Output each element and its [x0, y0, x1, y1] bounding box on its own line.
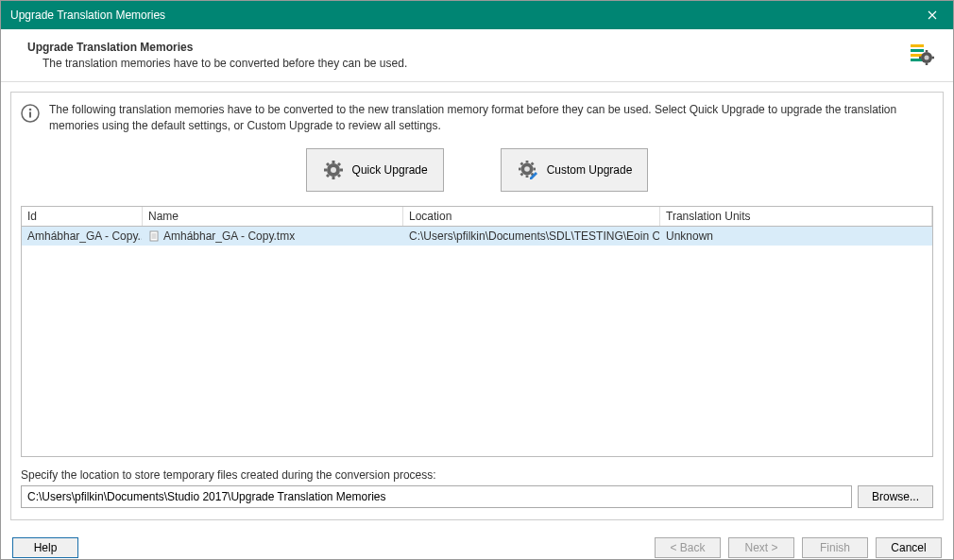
svg-point-5: [925, 56, 929, 60]
svg-line-32: [531, 162, 533, 164]
svg-line-22: [338, 163, 340, 165]
location-input[interactable]: [21, 485, 852, 508]
col-id-header[interactable]: Id: [22, 207, 143, 226]
location-label: Specify the location to store temporary …: [21, 468, 933, 482]
close-icon: [928, 10, 937, 20]
svg-line-29: [520, 162, 522, 164]
titlebar: Upgrade Translation Memories: [1, 1, 953, 29]
tm-table: Id Name Location Translation Units Amháb…: [21, 206, 933, 457]
svg-rect-1: [911, 49, 924, 52]
help-button[interactable]: Help: [12, 537, 78, 558]
svg-point-14: [331, 167, 336, 173]
table-body: Amhábhar_GA - Copy... Amhábhar_GA - Copy…: [22, 227, 932, 456]
back-button[interactable]: < Back: [655, 537, 721, 558]
info-text: The following translation memories have …: [49, 102, 933, 134]
svg-point-24: [524, 166, 530, 172]
page-subtitle: The translation memories have to be conv…: [43, 57, 908, 70]
custom-upgrade-label: Custom Upgrade: [547, 163, 633, 177]
cancel-button[interactable]: Cancel: [876, 537, 942, 558]
cell-name: Amhábhar_GA - Copy.tmx: [143, 227, 403, 246]
window-title: Upgrade Translation Memories: [10, 8, 165, 22]
close-button[interactable]: [911, 1, 953, 29]
cell-id: Amhábhar_GA - Copy...: [22, 227, 143, 246]
col-name-header[interactable]: Name: [143, 207, 403, 226]
tm-gear-icon: [908, 41, 934, 67]
table-row[interactable]: Amhábhar_GA - Copy... Amhábhar_GA - Copy…: [22, 227, 932, 246]
col-location-header[interactable]: Location: [403, 207, 660, 226]
finish-button[interactable]: Finish: [802, 537, 868, 558]
svg-rect-12: [29, 112, 31, 118]
svg-line-19: [327, 163, 329, 165]
button-row: Quick Upgrade Custom Upgrade: [21, 148, 933, 192]
next-button[interactable]: Next >: [728, 537, 794, 558]
location-row: Browse...: [21, 485, 933, 508]
info-row: The following translation memories have …: [21, 102, 933, 134]
svg-line-31: [520, 173, 522, 175]
col-units-header[interactable]: Translation Units: [660, 207, 932, 226]
file-icon: [148, 230, 160, 242]
footer: Help < Back Next > Finish Cancel: [1, 530, 953, 560]
gear-pencil-icon: [517, 159, 539, 181]
svg-point-11: [29, 109, 32, 111]
quick-upgrade-label: Quick Upgrade: [352, 163, 428, 177]
main-panel: The following translation memories have …: [10, 92, 944, 520]
info-icon: [21, 104, 40, 123]
custom-upgrade-button[interactable]: Custom Upgrade: [501, 148, 649, 192]
browse-button[interactable]: Browse...: [858, 485, 933, 508]
gear-icon: [322, 159, 345, 181]
svg-line-20: [338, 175, 340, 177]
header-section: Upgrade Translation Memories The transla…: [1, 29, 953, 82]
svg-rect-0: [911, 44, 924, 47]
cell-units: Unknown: [660, 227, 932, 246]
cell-location: C:\Users\pfilkin\Documents\SDL\TESTING\E…: [403, 227, 660, 246]
svg-line-21: [327, 175, 329, 177]
cell-name-text: Amhábhar_GA - Copy.tmx: [163, 229, 295, 243]
table-header: Id Name Location Translation Units: [22, 207, 932, 227]
page-title: Upgrade Translation Memories: [27, 41, 908, 54]
quick-upgrade-button[interactable]: Quick Upgrade: [306, 148, 444, 192]
